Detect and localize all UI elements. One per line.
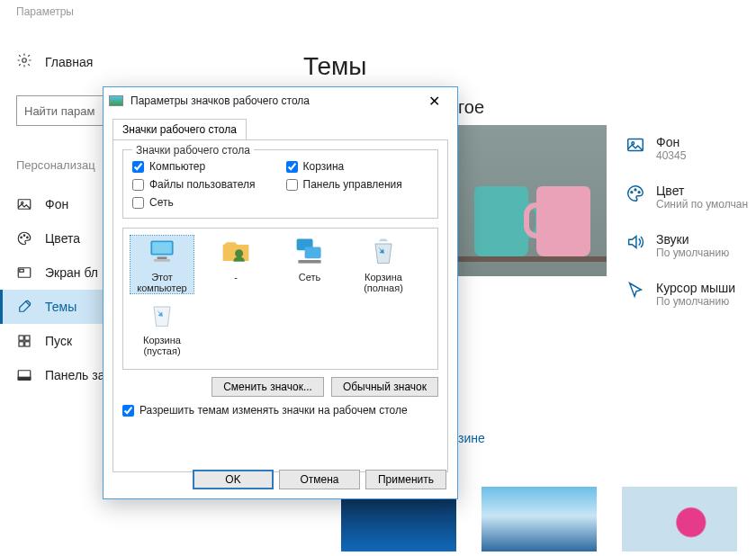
apply-button[interactable]: Применить [365, 470, 446, 489]
taskbar-icon [16, 367, 32, 383]
prop-sub: 40345 [656, 149, 686, 162]
home-link[interactable]: Главная [45, 55, 93, 69]
desktop-icon-recycle-empty[interactable]: Корзина (пустая) [130, 299, 194, 356]
prop-sub: Синий по умолчан [656, 198, 748, 211]
svg-rect-25 [305, 247, 321, 259]
theme-thumb[interactable] [482, 487, 597, 552]
lockscreen-icon [16, 265, 32, 281]
checkbox-network[interactable]: Сеть [132, 196, 275, 209]
svg-point-0 [22, 58, 27, 63]
sidebar-item-label: Панель за [45, 368, 104, 382]
prop-sounds[interactable]: ЗвукиПо умолчанию [626, 232, 748, 259]
svg-rect-7 [20, 269, 24, 272]
tab-desktop-icons[interactable]: Значки рабочего стола [112, 119, 247, 140]
ok-button[interactable]: OK [193, 470, 274, 489]
checkbox-allow-themes[interactable]: Разрешить темам изменять значки на рабоч… [122, 404, 438, 417]
icon-label: Корзина (полная) [364, 272, 403, 293]
svg-rect-9 [25, 336, 30, 340]
prop-sub: По умолчанию [656, 247, 729, 259]
netmonitor-icon [291, 236, 328, 268]
svg-rect-26 [298, 260, 320, 264]
desktop-icon-settings-dialog: Параметры значков рабочего стола ✕ Значк… [103, 86, 458, 499]
picture-icon [16, 196, 32, 212]
prop-color[interactable]: ЦветСиний по умолчан [626, 184, 748, 211]
svg-rect-11 [25, 342, 30, 346]
gear-icon [16, 52, 32, 71]
binempty-icon [143, 299, 181, 331]
prop-cursor[interactable]: Курсор мышиПо умолчанию [626, 281, 748, 308]
svg-point-4 [23, 235, 25, 237]
checkbox-userfiles[interactable]: Файлы пользователя [132, 178, 275, 191]
icon-label: Этот компьютер [137, 272, 186, 293]
cursor-icon [626, 281, 645, 308]
monitor-icon [143, 236, 181, 268]
store-link[interactable]: зине [458, 431, 485, 445]
brush-icon [16, 299, 32, 315]
close-button[interactable]: ✕ [416, 93, 452, 110]
group-desktop-icons: Значки рабочего стола Компьютер Корзина … [122, 149, 438, 219]
prop-title: Цвет [656, 184, 748, 198]
userfolder-icon [217, 236, 255, 268]
svg-point-5 [27, 237, 29, 238]
checkbox-cpanel[interactable]: Панель управления [286, 178, 429, 191]
prop-title: Курсор мыши [656, 281, 735, 295]
desktop-icon-recycle-full[interactable]: Корзина (полная) [352, 236, 415, 293]
sidebar-item-label: Экран бл [45, 265, 98, 280]
palette-icon [626, 184, 645, 211]
icon-preview-box: Этот компьютер - Сеть Корзина (полная) К… [122, 228, 438, 370]
checkbox-recycle[interactable]: Корзина [286, 160, 429, 173]
start-icon [16, 333, 32, 349]
svg-rect-8 [19, 336, 23, 340]
picture-icon [626, 135, 645, 162]
icon-label: Сеть [299, 272, 320, 282]
binfull-icon [364, 236, 402, 268]
group-legend: Значки рабочего стола [132, 144, 254, 157]
default-icon-button[interactable]: Обычный значок [331, 377, 438, 397]
theme-thumb[interactable] [622, 487, 737, 552]
svg-rect-21 [158, 256, 167, 259]
theme-properties: Фон40345 ЦветСиний по умолчан ЗвукиПо ум… [626, 135, 748, 308]
svg-point-16 [631, 192, 633, 193]
svg-point-17 [634, 189, 636, 191]
sidebar-item-label: Цвета [45, 231, 80, 246]
svg-rect-10 [19, 342, 23, 346]
speaker-icon [626, 232, 645, 259]
checkbox-computer[interactable]: Компьютер [132, 160, 275, 173]
sidebar-item-label: Фон [45, 197, 68, 211]
svg-rect-13 [18, 377, 31, 380]
icon-label: Корзина (пустая) [143, 335, 181, 356]
themes-subheading: гое [458, 97, 484, 118]
desktop-icon-network[interactable]: Сеть [278, 236, 341, 293]
cancel-button[interactable]: Отмена [279, 470, 360, 489]
icon-label: - [234, 272, 238, 282]
desktop-icon-this-pc[interactable]: Этот компьютер [130, 236, 194, 293]
page-title: Темы [303, 52, 366, 81]
change-icon-button[interactable]: Сменить значок... [212, 377, 324, 397]
svg-rect-22 [154, 259, 170, 262]
prop-background[interactable]: Фон40345 [626, 135, 748, 162]
window-title: Параметры [16, 5, 74, 18]
palette-icon [16, 230, 32, 247]
svg-point-18 [638, 192, 640, 193]
svg-rect-20 [152, 242, 172, 254]
sidebar-item-label: Пуск [45, 334, 72, 348]
prop-sub: По умолчанию [656, 295, 735, 308]
prop-title: Звуки [656, 232, 729, 247]
search-placeholder: Найти парам [24, 104, 94, 118]
dialog-title: Параметры значков рабочего стола [130, 94, 416, 107]
dialog-app-icon [109, 95, 123, 106]
sidebar-item-label: Темы [45, 300, 76, 314]
section-heading: Персонализац [16, 158, 95, 172]
prop-title: Фон [656, 135, 686, 149]
svg-point-23 [235, 249, 243, 257]
theme-preview-image [458, 125, 607, 276]
desktop-icon-userfiles[interactable]: - [204, 236, 267, 293]
svg-point-3 [21, 237, 22, 238]
